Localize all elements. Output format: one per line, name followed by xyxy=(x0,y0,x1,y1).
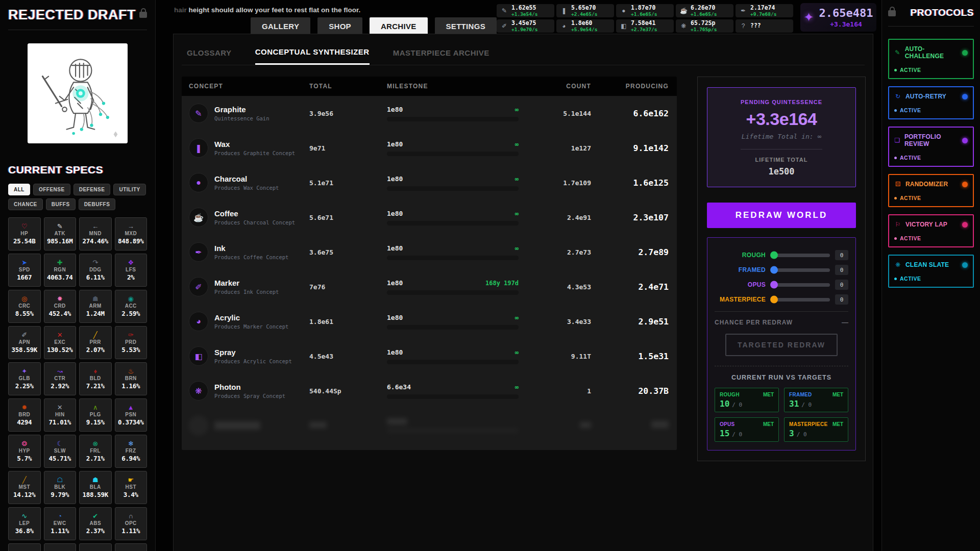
stat-value: 4063.74 xyxy=(47,273,73,281)
protocol-card[interactable]: ⚐ VICTORY LAP ACTIVE xyxy=(888,214,974,247)
concept-row[interactable]: ✐ Marker Produces Ink Concept 7e76 1e80 xyxy=(182,269,677,304)
stat-value: 1.16% xyxy=(121,382,140,390)
protocol-toggle-dot[interactable] xyxy=(962,222,968,228)
spec-filter-button[interactable]: ALL xyxy=(8,184,30,195)
stat-code: PLG xyxy=(90,412,101,417)
milestone-progress-bar xyxy=(387,360,519,364)
stat-tile: ◔ EWC 1.11% xyxy=(44,507,77,540)
protocol-toggle-dot[interactable] xyxy=(962,182,968,187)
protocol-card[interactable]: ✎ AUTO-CHALLENGE ACTIVE xyxy=(888,39,974,79)
nav-tab[interactable]: ARCHIVE xyxy=(370,17,428,35)
stat-icon: ← xyxy=(92,223,99,230)
milestone-progress-bar xyxy=(387,290,519,295)
target-goal-value: / 0 xyxy=(732,431,742,438)
slider-thumb[interactable] xyxy=(770,266,778,274)
stat-tile: ❖ LFS 2% xyxy=(115,254,148,287)
chance-collapse-toggle[interactable]: — xyxy=(842,318,848,326)
stat-icon: ↝ xyxy=(57,368,63,374)
milestone-value: 1e80 xyxy=(387,348,403,356)
stat-icon: ╱ xyxy=(22,477,27,483)
protocol-card[interactable]: ❋ CLEAN SLATE ACTIVE xyxy=(888,255,974,288)
stat-code: BLA xyxy=(90,484,101,490)
archive-tab[interactable]: GLOSSARY xyxy=(187,47,232,65)
concept-milestone: 1e80 ∞ xyxy=(381,348,529,364)
concept-row[interactable]: ● Charcoal Produces Wax Concept 5.1e71 1… xyxy=(182,165,677,200)
stat-value: 9.15% xyxy=(86,418,105,426)
slider-thumb[interactable] xyxy=(770,252,778,259)
concept-icon: ✐ xyxy=(189,277,208,296)
spec-filter-button[interactable]: DEBUFFS xyxy=(79,198,116,210)
stat-icon: ╱ xyxy=(93,332,97,338)
rarity-slider[interactable] xyxy=(771,268,830,272)
protocol-card[interactable]: ⚄ RANDOMIZER ACTIVE xyxy=(888,174,974,207)
stat-tile: ❂ HYP 5.7% xyxy=(8,435,41,468)
slider-thumb[interactable] xyxy=(770,296,778,304)
concept-icon: ● xyxy=(189,173,208,192)
stat-tile: ∧ PLG 9.15% xyxy=(79,398,112,432)
concept-subtitle: Produces Graphite Concept xyxy=(214,150,295,156)
stat-tile xyxy=(79,543,112,551)
protocol-toggle-dot[interactable] xyxy=(962,138,968,143)
resource-icon: ✎ xyxy=(501,7,508,14)
protocol-card[interactable]: ❏ PORTFOLIO REVIEW ACTIVE xyxy=(888,127,974,167)
stat-code: BLK xyxy=(54,484,65,490)
redraw-world-button[interactable]: REDRAW WORLD xyxy=(707,203,856,228)
stat-tile: ☾ SLW 45.71% xyxy=(44,435,77,468)
concept-icon: ☕ xyxy=(189,208,208,227)
stat-code: EWC xyxy=(54,520,66,526)
concept-row[interactable]: ❚ Wax Produces Graphite Concept 9e71 1e8… xyxy=(182,131,677,165)
milestone-time: ∞ xyxy=(515,314,519,321)
stat-tile: ☛ HST 3.4% xyxy=(115,471,148,504)
protocol-toggle-dot[interactable] xyxy=(962,50,968,56)
slider-thumb[interactable] xyxy=(770,281,778,289)
concept-row[interactable]: ◧ Spray Produces Acrylic Concept 4.5e43 … xyxy=(182,339,677,373)
protocol-card[interactable]: ↻ AUTO-RETRY ACTIVE xyxy=(888,86,974,119)
stat-tile: ☖ BLK 9.79% xyxy=(44,471,77,504)
resource-chip: ? ??? xyxy=(736,19,793,33)
protocols-list: ✎ AUTO-CHALLENGE ACTIVE ↻ AUTO-RETRY ACT… xyxy=(888,39,974,288)
nav-tab[interactable]: SETTINGS xyxy=(435,17,497,35)
rarity-slider[interactable] xyxy=(771,283,830,287)
target-status: MET xyxy=(832,392,843,397)
stat-icon: ∩ xyxy=(129,513,133,519)
spec-filter-button[interactable]: OFFENSE xyxy=(33,184,70,195)
nav-tab[interactable]: GALLERY xyxy=(251,17,310,35)
concept-subtitle: Produces Acrylic Concept xyxy=(214,358,292,364)
stat-code: MXD xyxy=(125,231,137,236)
concept-producing: 6.6e162 xyxy=(600,109,677,118)
concept-subtitle: Produces Charcoal Concept xyxy=(214,219,295,226)
protocol-title: AUTO-RETRY xyxy=(905,93,946,100)
concept-row[interactable]: ✒ Ink Produces Coffee Concept 3.6e75 1e8… xyxy=(182,235,677,269)
concept-row[interactable]: ☕ Coffee Produces Charcoal Concept 5.6e7… xyxy=(182,200,677,235)
stat-value: 188.59K xyxy=(82,491,108,498)
stat-tile: ↷ DDG 6.11% xyxy=(79,254,112,287)
stat-value: 1.11% xyxy=(121,527,140,535)
stat-tile: ♦ BLD 7.21% xyxy=(79,362,112,395)
targeted-redraw-button[interactable]: TARGETED REDRAW xyxy=(725,334,838,356)
stat-value: 3.4% xyxy=(124,491,138,498)
resource-rate: +1.6e65/s xyxy=(631,12,657,17)
protocols-title: PROTOCOLS xyxy=(911,7,974,18)
archive-tab[interactable]: CONCEPTUAL SYNTHESIZER xyxy=(255,47,370,65)
spec-filter-button[interactable]: CHANCE xyxy=(8,198,43,210)
spec-filter-button[interactable]: UTILITY xyxy=(113,184,145,195)
concept-row[interactable]: ❋ Photon Produces Spray Concept 540.44Sp… xyxy=(182,373,677,408)
protocol-toggle-dot[interactable] xyxy=(962,262,968,268)
concept-row[interactable]: ✎ Graphite Quintessence Gain 3.9e56 1e80 xyxy=(182,96,677,131)
stat-code: MND xyxy=(89,231,102,236)
milestone-value: 1e80 xyxy=(387,210,403,217)
spec-filter-button[interactable]: DEFENSE xyxy=(74,184,111,195)
concept-row[interactable]: ◕ Acrylic Produces Marker Concept 1.8e61… xyxy=(182,304,677,339)
spec-filter-button[interactable]: BUFFS xyxy=(46,198,76,210)
rarity-slider[interactable] xyxy=(771,298,830,302)
stat-code: GLB xyxy=(18,375,30,381)
concept-total: 5.1e71 xyxy=(309,179,381,187)
protocol-toggle-dot[interactable] xyxy=(962,94,968,99)
archive-tab[interactable]: MASTERPIECE ARCHIVE xyxy=(393,47,489,65)
rarity-slider[interactable] xyxy=(771,254,830,257)
stat-tile: ╱ MST 14.12% xyxy=(8,471,41,504)
nav-tab[interactable]: SHOP xyxy=(317,17,362,35)
concept-producing: 2.3e107 xyxy=(600,213,677,222)
protocol-status: ACTIVE xyxy=(894,67,968,73)
resource-chip: ☕ 6.26e70 +1.6e65/s xyxy=(676,4,733,17)
